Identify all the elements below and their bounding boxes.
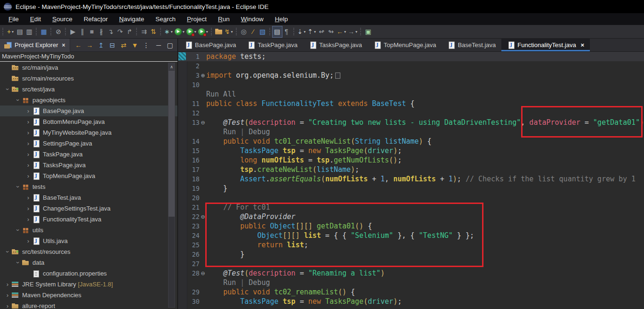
code-line-29[interactable]: 29 public void tc02_renameList() { xyxy=(178,287,644,297)
line-number[interactable]: 26 xyxy=(187,250,200,259)
menu-refactor[interactable]: Refactor xyxy=(78,13,113,25)
expander-icon[interactable]: › xyxy=(15,97,22,104)
line-number[interactable]: 24 xyxy=(187,231,200,240)
menu-search[interactable]: Search xyxy=(150,13,181,25)
dropdown-caret-icon[interactable]: ▾ xyxy=(194,30,196,34)
code-line-2[interactable]: 2 xyxy=(178,61,644,71)
expander-icon[interactable]: › xyxy=(4,281,11,288)
view-menu-button[interactable]: ⋮ xyxy=(142,40,151,50)
code-line-15[interactable]: 15 TasksPage tsp = new TasksPage(driver)… xyxy=(178,146,644,155)
suspend-button[interactable]: ∥ xyxy=(78,26,87,37)
line-number[interactable]: 1 xyxy=(187,52,200,61)
menu-help[interactable]: Help xyxy=(269,13,294,25)
dropdown-caret-icon[interactable]: ▾ xyxy=(355,30,357,34)
expander-icon[interactable]: › xyxy=(15,227,22,234)
close-tab-icon[interactable]: × xyxy=(581,41,585,49)
explorer-scrollbar[interactable]: ∧ xyxy=(168,63,175,308)
tree-item-configuration-properties[interactable]: configuration.properties xyxy=(0,268,177,279)
code-mining-link[interactable]: Run All xyxy=(206,90,236,98)
code-mining-row[interactable]: Run | Debug xyxy=(178,127,644,137)
line-number[interactable]: 30 xyxy=(187,297,200,306)
save-all-button[interactable]: ▥ xyxy=(24,26,34,37)
expander-icon[interactable]: › xyxy=(24,194,32,201)
line-number[interactable]: 10 xyxy=(187,80,200,89)
code-line-26[interactable]: 26 } xyxy=(178,250,644,259)
dropdown-caret-icon[interactable]: ▾ xyxy=(304,30,306,34)
code-line-24[interactable]: 24 Object[][] list = { { "Selenium" }, {… xyxy=(178,231,644,240)
code-line-21[interactable]: 21 // For tc01 xyxy=(178,203,644,212)
line-number[interactable]: 16 xyxy=(187,155,200,165)
code-line-16[interactable]: 16 long numOfLists = tsp.getNumOfLists()… xyxy=(178,155,644,165)
code-line-17[interactable]: 17 tsp.createNewList(listName); xyxy=(178,165,644,174)
expander-icon[interactable]: › xyxy=(24,172,32,179)
tree-item-utils-java[interactable]: ›Utils.java xyxy=(0,236,177,246)
line-number[interactable]: 22 xyxy=(187,212,200,221)
tree-item-taskspage-java[interactable]: ›TasksPage.java xyxy=(0,160,177,171)
tree-item-taskpage-java[interactable]: ›TaskPage.java xyxy=(0,149,177,160)
folded-code-icon[interactable] xyxy=(335,73,340,79)
code-mining-link[interactable]: Debug xyxy=(249,278,270,287)
dropdown-caret-icon[interactable]: ▾ xyxy=(231,30,233,34)
next-edit-location-button[interactable]: ↬ xyxy=(326,26,336,37)
editor-tab-basetest-java[interactable]: BaseTest.java xyxy=(442,39,501,51)
run-last-tool-button[interactable]: ⇉ xyxy=(139,26,149,37)
code-line-25[interactable]: 25 return list; xyxy=(178,240,644,250)
menu-source[interactable]: Source xyxy=(47,13,78,25)
dropdown-caret-icon[interactable]: ▾ xyxy=(12,30,14,34)
tree-item-tests[interactable]: ›tests xyxy=(0,181,177,192)
minimize-button[interactable]: ─ xyxy=(154,40,163,50)
debug-button[interactable]: ∗▾ xyxy=(163,26,174,37)
maximize-button[interactable]: ▢ xyxy=(165,40,175,50)
line-number[interactable]: 12 xyxy=(187,108,200,118)
dropdown-caret-icon[interactable]: ▾ xyxy=(171,30,173,34)
editor-tab-taskspage-java[interactable]: TasksPage.java xyxy=(303,39,368,51)
expander-icon[interactable]: › xyxy=(4,86,11,93)
editor-tab-topmenupage-java[interactable]: TopMenuPage.java xyxy=(368,39,442,51)
dropdown-caret-icon[interactable]: ▾ xyxy=(183,30,185,34)
line-number[interactable]: 2 xyxy=(187,61,200,71)
line-number[interactable]: 28 xyxy=(187,268,200,278)
link-with-editor-button[interactable]: ⇄ xyxy=(119,40,129,50)
tree-item-maven-dependencies[interactable]: ›Maven Dependencies xyxy=(0,290,177,301)
back-button[interactable]: ←▾ xyxy=(336,26,347,37)
external-tools-button[interactable]: ⇅ xyxy=(149,26,158,37)
search-button[interactable]: ↯▾ xyxy=(224,26,234,37)
line-number[interactable]: 20 xyxy=(187,193,200,203)
code-mining-link[interactable]: Run xyxy=(223,278,236,287)
skip-breakpoints-button[interactable]: ⊘ xyxy=(54,26,63,37)
highlight-tool-button[interactable]: ∕ xyxy=(249,26,258,37)
line-number[interactable] xyxy=(187,127,200,137)
open-type-button[interactable] xyxy=(214,26,224,37)
code-editor[interactable]: 1package tests;23⊕import org.openqa.sele… xyxy=(178,52,644,309)
code-mining-link[interactable]: Debug xyxy=(249,128,270,136)
menu-run[interactable]: Run xyxy=(212,13,235,25)
tree-item-functionalitytest-java[interactable]: ›FunctionalityTest.java xyxy=(0,214,177,225)
forward-button[interactable]: →▾ xyxy=(347,26,358,37)
code-line-1[interactable]: 1package tests; xyxy=(178,52,644,61)
menu-project[interactable]: Project xyxy=(181,13,212,25)
new-report-button[interactable]: ▧ xyxy=(258,26,267,37)
filter-button[interactable]: ▼ xyxy=(130,40,140,50)
code-line-18[interactable]: 18 Assert.assertEquals(numOfLists + 1, n… xyxy=(178,174,644,184)
tree-item-data[interactable]: ›data xyxy=(0,257,177,268)
up-button[interactable]: ↥ xyxy=(97,40,106,50)
tree-item-src-test-resources[interactable]: ›src/test/resources xyxy=(0,246,177,257)
menu-navigate[interactable]: Navigate xyxy=(113,13,150,25)
expander-icon[interactable]: › xyxy=(4,302,11,309)
tree-root-project[interactable]: MavenProject-MyTinyTodo xyxy=(0,52,177,62)
code-line-30[interactable]: 30 TasksPage tsp = new TasksPage(driver)… xyxy=(178,297,644,306)
last-tool-button[interactable]: ◎ xyxy=(239,26,249,37)
disconnect-button[interactable]: ∦ xyxy=(97,26,106,37)
fold-icon[interactable]: ⊖ xyxy=(200,118,206,127)
line-number[interactable]: 27 xyxy=(187,259,200,268)
code-line-13[interactable]: 13⊖ @Test(description = "Creating two ne… xyxy=(178,118,644,127)
fold-icon[interactable]: ⊕ xyxy=(200,71,206,80)
tree-item-settingspage-java[interactable]: ›SettingsPage.java xyxy=(0,138,177,149)
editor-tab-functionalitytest-java[interactable]: FunctionalityTest.java× xyxy=(501,39,590,51)
last-edit-location-button[interactable]: ↫ xyxy=(317,26,326,37)
open-console-button[interactable]: ▦ xyxy=(39,26,48,37)
menu-window[interactable]: Window xyxy=(235,13,269,25)
code-line-10[interactable]: 10 xyxy=(178,80,644,89)
expander-icon[interactable]: › xyxy=(24,140,32,147)
tree-item-src-main-resources[interactable]: src/main/resources xyxy=(0,73,177,84)
